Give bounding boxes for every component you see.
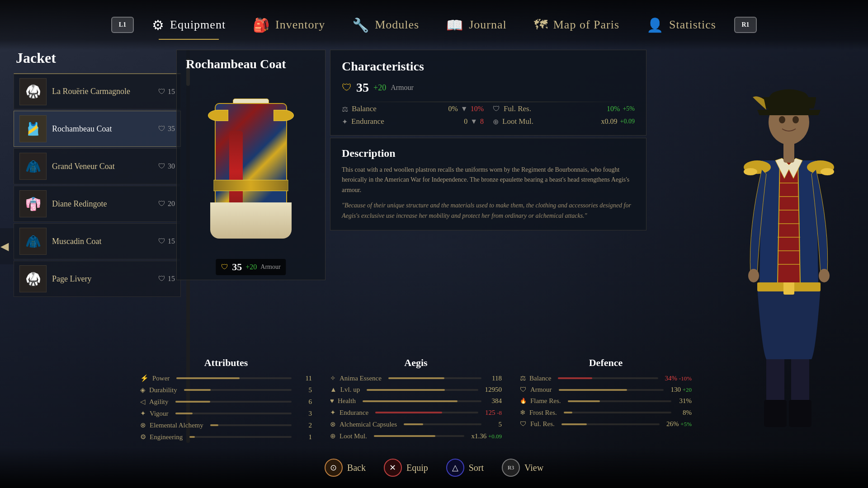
left-arrow-button[interactable]: ◀ — [0, 228, 14, 264]
stat-row: ▲ Lvl. up 12950 — [326, 386, 506, 394]
nav-item-map[interactable]: 🗺 Map of Paris — [520, 13, 633, 37]
item-name: Grand Veneur Coat — [52, 162, 158, 171]
svg-point-19 — [748, 269, 759, 282]
character-silhouette — [721, 70, 857, 432]
item-name: Page Livery — [52, 274, 158, 284]
anima-icon: ✧ — [330, 374, 336, 382]
equip-button[interactable]: ✕ Equip — [384, 459, 428, 477]
stat-bar — [175, 413, 292, 414]
svg-point-18 — [821, 168, 834, 175]
balance-icon: ⚖ — [520, 374, 526, 382]
stat-row: ◈ Durability 5 — [136, 386, 316, 394]
shield-icon: 🛡 — [221, 263, 228, 271]
stat-bar — [559, 389, 664, 391]
item-name: Diane Redingote — [52, 199, 158, 209]
sort-button[interactable]: △ Sort — [446, 459, 484, 477]
item-stat: 🛡 20 — [158, 200, 175, 208]
back-label: Back — [347, 463, 366, 473]
item-preview-image — [177, 76, 325, 248]
item-thumbnail: 🥋 — [19, 265, 47, 292]
equipment-icon: ⚙ — [152, 17, 165, 33]
char-armor-bonus: +20 — [373, 83, 386, 93]
stat-bar — [189, 436, 292, 438]
nav-item-journal[interactable]: 📖 Journal — [433, 13, 520, 38]
alchemy-icon: ⊗ — [140, 421, 146, 429]
back-button[interactable]: ⊙ Back — [325, 459, 366, 477]
agility-icon: ◁ — [140, 398, 146, 406]
stat-row: ⊕ Loot Mul. x1.36 +0.09 — [326, 432, 506, 440]
stat-row: 🛡 Armour 130 +20 — [515, 386, 696, 394]
list-item[interactable]: 🥋 Page Livery 🛡 15 — [14, 261, 181, 297]
power-icon: ⚡ — [140, 374, 149, 382]
health-icon: ♥ — [330, 397, 334, 405]
separator — [342, 102, 635, 102]
character-display — [710, 36, 868, 465]
svg-rect-3 — [789, 400, 811, 427]
nav-item-modules[interactable]: 🔧 Modules — [339, 13, 433, 38]
nav-item-inventory[interactable]: 🎒 Inventory — [239, 13, 339, 38]
view-label: View — [524, 463, 543, 473]
dur-icon: ◈ — [140, 386, 146, 394]
svg-point-23 — [779, 116, 785, 123]
shield-icon: 🛡 — [158, 200, 165, 208]
stat-bar — [388, 377, 481, 379]
stat-bar — [184, 389, 292, 391]
shield-icon: 🛡 — [158, 162, 165, 170]
list-item[interactable]: 👘 Diane Redingote 🛡 20 — [14, 186, 181, 222]
aegis-column: Aegis ✧ Anima Essence 118 ▲ Lvl. up — [326, 352, 506, 449]
list-item[interactable]: 🧥 Muscadin Coat 🛡 15 — [14, 223, 181, 259]
nav-item-equipment[interactable]: ⚙ Equipment — [138, 13, 239, 38]
shield-icon: 🛡 — [158, 125, 165, 133]
equip-label: Equip — [406, 463, 428, 473]
stat-bar — [558, 377, 658, 379]
stat-bar — [374, 435, 465, 437]
item-preview-panel: Rochambeau Coat 🛡 35 +20 Armour — [176, 50, 326, 280]
characteristics-box: Characteristics 🛡 35 +20 Armour ⚖ Balanc… — [330, 50, 646, 136]
coat-illustration — [206, 89, 296, 234]
endurance-icon: ✦ — [342, 117, 348, 126]
flame-icon: 🔥 — [520, 398, 527, 404]
nav-item-statistics[interactable]: 👤 Statistics — [633, 13, 730, 38]
svg-point-20 — [819, 269, 830, 282]
nav-l1-button[interactable]: L1 — [111, 17, 134, 33]
item-thumbnail: 👘 — [19, 190, 47, 217]
stat-row-balance: ⚖ Balance 0% ▼ 10% — [342, 104, 484, 113]
nav-r1-button[interactable]: R1 — [734, 17, 757, 33]
stat-row-fulres: 🛡 Ful. Res. 10% +5% — [493, 104, 635, 113]
stat-bar — [568, 400, 672, 402]
stat-bar — [561, 423, 660, 425]
item-thumbnail: 🧥 — [19, 153, 47, 180]
stat-row: ⊗ Elemental Alchemy 2 — [136, 421, 316, 429]
preview-armor-bonus: +20 — [245, 263, 257, 271]
coat-epaulette-left — [208, 110, 228, 121]
attributes-title: Attributes — [136, 357, 316, 369]
defence-column: Defence ⚖ Balance 34% -10% 🛡 Armour — [515, 352, 696, 449]
item-armor-stat: 🛡 35 +20 Armour — [216, 259, 286, 275]
frost-icon: ❄ — [520, 408, 526, 417]
svg-point-16 — [744, 168, 757, 175]
item-name: Rochambeau Coat — [52, 124, 158, 134]
stat-bar — [175, 401, 292, 403]
list-item[interactable]: 🧥 Grand Veneur Coat 🛡 30 — [14, 148, 181, 184]
stat-row: ⚡ Power 11 — [136, 374, 316, 382]
stat-bar — [367, 389, 478, 391]
stat-row: ✦ Vigour 3 — [136, 409, 316, 418]
stat-bar — [564, 412, 671, 413]
info-panel: Characteristics 🛡 35 +20 Armour ⚖ Balanc… — [330, 50, 646, 230]
item-thumbnail: 🎽 — [19, 115, 47, 142]
item-thumbnail: 🧥 — [19, 228, 47, 255]
stat-bar — [375, 412, 478, 413]
stat-row: 🛡 Ful. Res. 26% +5% — [515, 420, 696, 428]
modules-icon: 🔧 — [352, 17, 369, 33]
view-button[interactable]: R3 View — [502, 459, 543, 477]
preview-armor-value: 35 — [232, 261, 242, 273]
list-item[interactable]: 🥋 La Rouërie Carmagnole 🛡 15 — [14, 73, 181, 109]
stat-bar — [176, 377, 292, 379]
shield-icon: 🛡 — [158, 88, 165, 96]
action-bar: ⊙ Back ✕ Equip △ Sort R3 View — [0, 447, 868, 488]
loot-icon: ⊕ — [330, 432, 336, 440]
description-title: Description — [342, 147, 635, 160]
inventory-icon: 🎒 — [253, 17, 270, 33]
list-item[interactable]: 🎽 Rochambeau Coat 🛡 35 — [14, 111, 181, 147]
balance-icon: ⚖ — [342, 105, 348, 113]
